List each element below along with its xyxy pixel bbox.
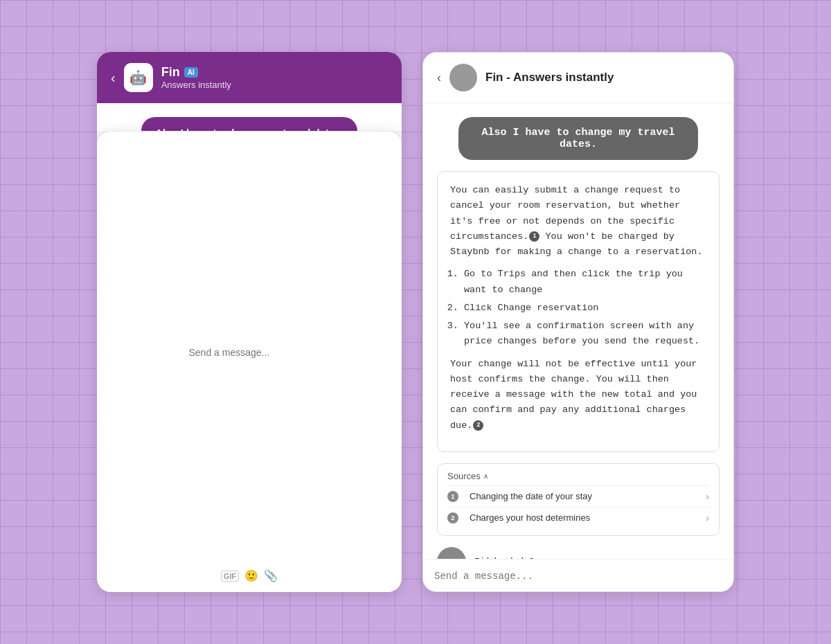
right-back-button[interactable]: ‹ bbox=[437, 71, 441, 85]
left-input-area: GIF 🙂 📎 bbox=[97, 131, 402, 592]
left-bot-subtitle: Answers instantly bbox=[161, 80, 231, 90]
right-avatar bbox=[449, 64, 477, 91]
right-step-3: You'll see a confirmation screen with an… bbox=[464, 319, 706, 350]
right-sources-section: Sources ∧ 1 Changing the date of your st… bbox=[437, 463, 720, 536]
right-steps-list: Go to Trips and then click the trip you … bbox=[464, 267, 706, 349]
right-source-num-1: 1 bbox=[447, 491, 458, 502]
right-source-label-1: Changing the date of your stay bbox=[470, 491, 592, 501]
left-ai-badge: AI bbox=[184, 67, 198, 78]
left-back-button[interactable]: ‹ bbox=[111, 70, 116, 86]
right-step-1: Go to Trips and then click the trip you … bbox=[464, 267, 706, 298]
emoji-icon[interactable]: 🙂 bbox=[244, 569, 258, 582]
right-para2-text: Your change will not be effective until … bbox=[450, 359, 697, 431]
right-did-help-row: Did that help? bbox=[437, 547, 720, 559]
right-sources-chevron[interactable]: ∧ bbox=[483, 472, 488, 480]
right-bot-avatar bbox=[437, 547, 466, 559]
right-header: ‹ Fin - Answers instantly bbox=[423, 53, 733, 103]
right-source-1-inner: 1 Changing the date of your stay bbox=[447, 491, 592, 502]
right-source-label-2: Charges your host determines bbox=[470, 512, 590, 523]
attach-icon[interactable]: 📎 bbox=[264, 569, 278, 582]
right-footnote-2: 2 bbox=[473, 420, 483, 431]
right-sources-header: Sources ∧ bbox=[447, 471, 709, 481]
right-bot-para1: You can easily submit a change request t… bbox=[450, 183, 706, 260]
left-chat-area: Also I have to change my travel dates. 1… bbox=[97, 103, 402, 131]
right-source-item-1[interactable]: 1 Changing the date of your stay › bbox=[447, 485, 709, 507]
right-panel: ‹ Fin - Answers instantly Also I have to… bbox=[422, 52, 734, 592]
right-sources-label: Sources ∧ bbox=[447, 471, 488, 481]
right-source-chevron-1: › bbox=[706, 491, 709, 502]
left-input-icons: GIF 🙂 📎 bbox=[221, 569, 278, 582]
left-title-area: Fin AI Answers instantly bbox=[161, 65, 231, 90]
left-title-row: Fin AI bbox=[161, 65, 231, 80]
right-step-2: Click Change reservation bbox=[464, 301, 706, 316]
left-logo-icon: 🤖 bbox=[129, 69, 147, 86]
gif-icon[interactable]: GIF bbox=[221, 571, 239, 582]
right-source-item-2[interactable]: 2 Charges your host determines › bbox=[447, 507, 709, 528]
left-panel: ‹ 🤖 Fin AI Answers instantly Also I have… bbox=[97, 52, 402, 592]
right-footnote-1: 1 bbox=[529, 231, 539, 242]
left-message-input[interactable] bbox=[189, 141, 310, 564]
right-sources-text: Sources bbox=[447, 471, 481, 481]
right-source-chevron-2: › bbox=[706, 512, 709, 524]
left-bot-name: Fin bbox=[161, 65, 180, 80]
left-logo: 🤖 bbox=[124, 63, 153, 92]
left-user-message: Also I have to change my travel dates. bbox=[141, 117, 357, 131]
right-message-input[interactable] bbox=[434, 571, 722, 582]
right-bot-message: You can easily submit a change request t… bbox=[437, 171, 720, 452]
right-source-2-inner: 2 Charges your host determines bbox=[447, 512, 590, 524]
right-user-message: Also I have to change my travel dates. bbox=[458, 117, 699, 160]
right-bot-para2: Your change will not be effective until … bbox=[450, 357, 706, 433]
left-header: ‹ 🤖 Fin AI Answers instantly bbox=[97, 52, 402, 103]
right-source-num-2: 2 bbox=[447, 512, 458, 524]
right-title: Fin - Answers instantly bbox=[485, 71, 614, 84]
right-input-area bbox=[423, 559, 733, 591]
right-chat-area: Also I have to change my travel dates. Y… bbox=[423, 103, 733, 559]
